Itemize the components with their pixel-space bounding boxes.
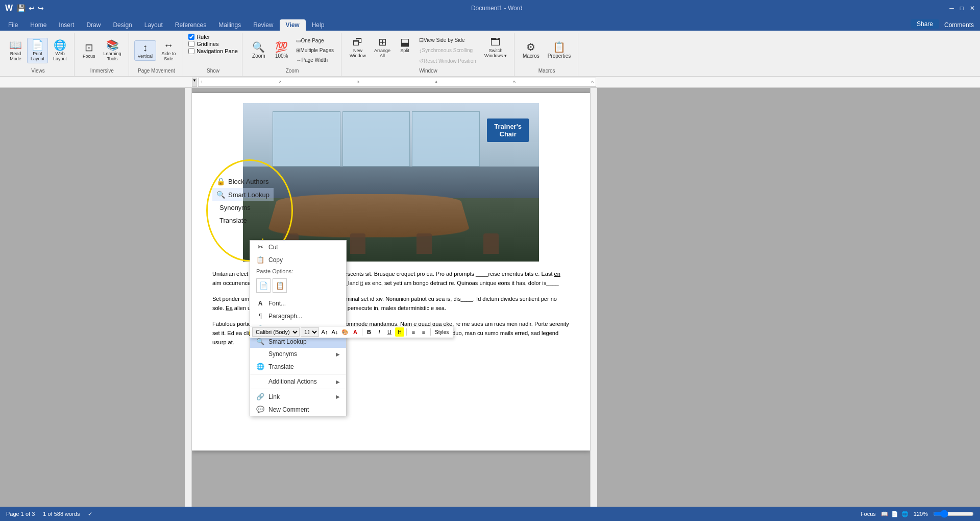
paragraph-icon: ¶: [256, 312, 264, 320]
navigation-pane-check[interactable]: Navigation Pane: [188, 48, 238, 54]
cm-link[interactable]: 🔗 Link ▶: [250, 390, 346, 403]
word-count: 1 of 588 words: [43, 511, 80, 517]
zoom-slider[interactable]: [933, 510, 974, 518]
quick-access-toolbar: 💾 ↩ ↪: [17, 4, 44, 12]
arrange-all-btn[interactable]: ⊞ ArrangeAll: [371, 35, 394, 66]
tab-references[interactable]: References: [169, 19, 212, 31]
ribbon-group-views: 📖 ReadMode 📄 PrintLayout 🌐 WebLayout Vie…: [2, 33, 75, 76]
comments-button[interactable]: Comments: [944, 21, 974, 29]
sync-scrolling-btn[interactable]: ↕ Synchronous Scrolling: [416, 46, 479, 55]
font-color-btn[interactable]: A: [351, 327, 360, 337]
immersive-label: Immersive: [90, 68, 114, 75]
cm-new-comment[interactable]: 💬 New Comment: [250, 403, 346, 416]
page-width-btn[interactable]: ↔ Page Width: [293, 56, 337, 64]
smart-lookup-label: Smart Lookup: [228, 191, 270, 199]
vertical-btn[interactable]: ↕ Vertical: [134, 40, 157, 61]
multiple-pages-btn[interactable]: ⊞ Multiple Pages: [293, 46, 337, 55]
conference-table: [266, 194, 472, 237]
cm-translate-label: Translate: [268, 363, 294, 370]
zoom-100-btn[interactable]: 💯 100%: [272, 40, 291, 60]
cm-copy-label: Copy: [268, 256, 283, 264]
paste-btn-1[interactable]: 📄: [256, 278, 271, 293]
macros-btn[interactable]: ⚙ Macros: [520, 40, 543, 60]
side-to-side-btn[interactable]: ↔ Side toSide: [158, 38, 179, 63]
italic-btn[interactable]: I: [375, 327, 384, 337]
bold-btn[interactable]: B: [364, 327, 374, 337]
focus-btn[interactable]: ⊡ Focus: [80, 41, 99, 60]
read-mode-btn[interactable]: 📖 ReadMode: [6, 38, 25, 63]
right-margin: [590, 88, 980, 507]
tab-draw[interactable]: Draw: [80, 19, 107, 31]
read-mode-icon: 📖: [9, 40, 22, 50]
zoom-label: Zoom: [286, 68, 299, 75]
tab-home[interactable]: Home: [24, 19, 53, 31]
circle-block-authors: 🔒 Block Authors: [212, 175, 274, 188]
cm-font[interactable]: A Font...: [250, 297, 346, 310]
ribbon-group-page-movement: ↕ Vertical ↔ Side toSide Page Movement: [130, 33, 184, 76]
cm-sep-1: [250, 296, 346, 296]
gridlines-check[interactable]: Gridlines: [188, 41, 238, 47]
font-size-select[interactable]: 11: [301, 327, 319, 337]
views-label: Views: [31, 68, 45, 75]
highlight-btn[interactable]: H: [395, 327, 404, 337]
tab-file[interactable]: File: [2, 19, 24, 31]
minimize-btn[interactable]: ─: [949, 5, 954, 12]
tab-design[interactable]: Design: [107, 19, 138, 31]
windows: [273, 111, 480, 167]
cm-link-icon: 🔗: [256, 393, 264, 400]
styles-btn[interactable]: Styles: [433, 327, 451, 337]
tab-mailings[interactable]: Mailings: [212, 19, 247, 31]
shrink-font-btn[interactable]: A↓: [330, 327, 339, 337]
reset-window-btn[interactable]: ↺ Reset Window Position: [416, 56, 479, 66]
paste-btn-2[interactable]: 📋: [273, 278, 287, 293]
split-icon: ⬓: [400, 37, 410, 47]
tab-insert[interactable]: Insert: [53, 19, 80, 31]
tab-layout[interactable]: Layout: [138, 19, 169, 31]
maximize-btn[interactable]: □: [960, 5, 964, 12]
print-layout-view-icon[interactable]: 📄: [891, 511, 898, 517]
page-movement-label: Page Movement: [138, 68, 175, 75]
vertical-ruler-indicator: ▼: [192, 78, 197, 87]
ribbon-group-immersive: ⊡ Focus 📚 LearningTools Immersive: [76, 33, 129, 76]
switch-windows-btn[interactable]: 🗔 SwitchWindows ▾: [481, 35, 510, 66]
read-mode-view-icon[interactable]: 📖: [881, 511, 888, 517]
close-btn[interactable]: ✕: [970, 5, 975, 12]
split-btn[interactable]: ⬓ Split: [396, 35, 414, 66]
vertical-icon: ↕: [142, 42, 148, 53]
one-page-btn[interactable]: ▭ One Page: [293, 36, 337, 45]
font-select[interactable]: Calibri (Body): [252, 327, 300, 337]
numbering-btn[interactable]: ≡: [419, 327, 428, 337]
zoom-btn[interactable]: 🔍 Zoom: [248, 40, 270, 60]
web-view-icon[interactable]: 🌐: [901, 511, 909, 517]
tab-help[interactable]: Help: [306, 19, 331, 31]
circle-synonyms: Synonyms: [212, 201, 274, 214]
cm-synonyms[interactable]: Synonyms ▶: [250, 348, 346, 360]
trainers-chair-label: Trainer'sChair: [487, 119, 529, 142]
view-side-by-side-icon: ⊟: [419, 37, 424, 43]
cm-paragraph[interactable]: ¶ Paragraph...: [250, 310, 346, 322]
format-paint-btn[interactable]: 🎨: [340, 327, 350, 337]
learning-tools-btn[interactable]: 📚 LearningTools: [101, 38, 125, 63]
properties-btn[interactable]: 📋 Properties: [545, 40, 574, 60]
new-window-btn[interactable]: 🗗 NewWindow: [347, 35, 369, 66]
tab-review[interactable]: Review: [247, 19, 279, 31]
view-side-by-side-btn[interactable]: ⊟ View Side by Side: [416, 35, 479, 45]
bullets-btn[interactable]: ≡: [409, 327, 418, 337]
underline-btn[interactable]: U: [385, 327, 394, 337]
zoom-level: 120%: [914, 511, 928, 517]
cm-additional-actions[interactable]: Additional Actions ▶: [250, 375, 346, 388]
cm-translate[interactable]: 🌐 Translate: [250, 360, 346, 373]
cm-cut[interactable]: ✂ Cut: [250, 241, 346, 253]
tab-view[interactable]: View: [280, 19, 306, 31]
cm-copy[interactable]: 📋 Copy: [250, 253, 346, 266]
cm-paste-options-label: Paste Options:: [250, 266, 346, 276]
ruler-check[interactable]: Ruler: [188, 34, 238, 40]
document-area: Trainer'sChair Unitarian elect ram ____n…: [192, 88, 590, 507]
grow-font-btn[interactable]: A↑: [320, 327, 329, 337]
circle-translate: Translate: [212, 214, 274, 227]
print-layout-btn[interactable]: 📄 PrintLayout: [27, 38, 48, 63]
doc-title: Document1 - Word: [471, 5, 522, 12]
cm-paste-group: 📄 📋: [250, 276, 346, 295]
share-button[interactable]: Share: [911, 19, 939, 29]
web-layout-btn[interactable]: 🌐 WebLayout: [50, 38, 70, 63]
